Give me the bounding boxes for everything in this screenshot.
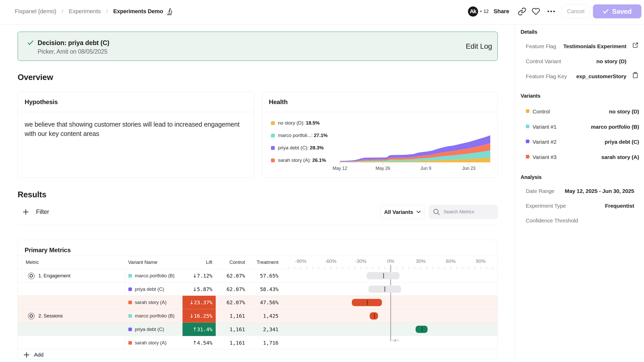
favorite-button[interactable]	[531, 7, 540, 16]
axis-label: 0%	[379, 256, 402, 267]
sidebar-label: Variant #1	[533, 124, 557, 130]
metric-cell: 1. Engagement	[28, 269, 70, 283]
sidebar-value: no story (D)	[609, 108, 639, 115]
breadcrumb-project[interactable]: Fixpanel {demo}	[15, 8, 56, 15]
sidebar-value: priya debt (C)	[605, 139, 639, 145]
lift-value: ↓5.87%	[193, 283, 212, 296]
metric-cell: 2. Sessions	[28, 309, 63, 323]
treatment-value: 47.56%	[260, 296, 278, 309]
filter-button[interactable]: Filter	[23, 205, 49, 219]
add-metric-button[interactable]: Add	[24, 350, 44, 360]
sidebar-label: Confidence Threshold	[526, 218, 578, 224]
avatar[interactable]: Ak	[468, 6, 478, 17]
svg-text:Jun 23: Jun 23	[462, 166, 475, 171]
external-link-icon	[632, 42, 639, 48]
legend-label: no story (D): 18.5%	[278, 120, 320, 126]
variant-chip	[128, 274, 132, 278]
control-value: 62.07%	[227, 283, 245, 296]
sidebar-value: exp_customerStory	[576, 73, 626, 79]
col-variant: Variant Name	[128, 256, 157, 269]
treatment-value: 57.65%	[260, 269, 278, 283]
copy-flag-key-button[interactable]	[632, 72, 639, 79]
check-icon	[603, 9, 608, 14]
treatment-value: 1,425	[263, 309, 278, 323]
analysis-heading: Analysis	[521, 174, 542, 180]
top-bar: Fixpanel {demo} / Experiments / Experime…	[0, 0, 644, 25]
legend-swatch	[271, 134, 275, 137]
breadcrumb-experiments[interactable]: Experiments	[69, 8, 101, 15]
variant-name: marco portfolio (B)	[135, 269, 174, 283]
variant-chip	[128, 341, 132, 345]
metric-table-row[interactable]: sarah story (A)↑4.54%1,1611,716	[18, 336, 498, 350]
legend-label: marco portfoli...: 27.1%	[278, 133, 328, 138]
plus-icon	[24, 352, 30, 358]
sidebar-value: no story (D)	[596, 58, 626, 64]
metric-name: 1. Engagement	[38, 273, 70, 279]
svg-text:Jun 9: Jun 9	[420, 166, 431, 171]
breadcrumb-separator: /	[62, 8, 63, 15]
metric-table-row[interactable]: priya debt (C)↑31.4%1,1612,341	[18, 323, 498, 336]
metric-table-row[interactable]: priya debt (C)↓5.87%62.07%58.43%	[18, 283, 498, 296]
more-options-button[interactable]	[547, 10, 555, 13]
microscope-icon	[166, 8, 173, 15]
hypothesis-text[interactable]: we believe that showing customer stories…	[25, 120, 251, 138]
open-feature-flag-button[interactable]	[632, 42, 639, 49]
col-treatment: Treatment	[257, 256, 278, 269]
divider	[262, 112, 498, 112]
variant-chip	[128, 301, 132, 304]
legend-item[interactable]: marco portfoli...: 27.1%	[271, 129, 328, 142]
results-heading: Results	[18, 190, 46, 199]
collaborator-count[interactable]: + 12	[480, 9, 489, 14]
variant-chip	[128, 328, 132, 331]
axis-label: 30%	[409, 256, 432, 267]
decision-check-icon	[27, 40, 33, 45]
details-sidebar: DetailsFeature FlagTestimonials Experime…	[515, 25, 644, 362]
metric-table-row[interactable]: 1. Engagement marco portfolio (B)↓7.12%6…	[18, 269, 498, 283]
lift-value: ↓23.37%	[190, 296, 212, 309]
sidebar-label: Feature Flag	[526, 43, 556, 49]
cancel-button[interactable]: Cancel	[562, 4, 590, 18]
legend-item[interactable]: no story (D): 18.5%	[271, 117, 328, 129]
variant-name: priya debt (C)	[135, 323, 164, 336]
col-control: Control	[229, 256, 245, 269]
details-heading: Details	[521, 29, 537, 35]
divider	[18, 225, 498, 225]
sidebar-label: Control	[533, 108, 550, 115]
search-metrics-input[interactable]	[444, 209, 495, 215]
decision-banner: Decision: priya debt (C) Picker, Amit on…	[18, 32, 498, 61]
control-value: 62.07%	[227, 269, 245, 283]
sidebar-label: Variant #2	[533, 139, 557, 145]
sidebar-value: Frequentist	[605, 203, 634, 209]
variant-chip	[526, 155, 529, 158]
variants-heading: Variants	[521, 93, 541, 99]
health-title: Health	[269, 92, 288, 112]
hypothesis-card: Hypothesis we believe that showing custo…	[18, 92, 254, 178]
col-lift: Lift	[206, 256, 212, 269]
variants-dropdown[interactable]: All Variants	[380, 205, 425, 219]
table-header-row: Metric Variant Name Lift Control Treatme…	[18, 256, 498, 269]
metric-table-row[interactable]: sarah story (A)↓23.37%62.07%47.56%	[18, 296, 498, 309]
legend-item[interactable]: sarah story (A): 26.1%	[271, 154, 328, 166]
legend-label: sarah story (A): 26.1%	[278, 157, 326, 163]
control-value: 62.07%	[227, 296, 245, 309]
treatment-value: 2,341	[263, 323, 278, 336]
axis-label: -60%	[319, 256, 342, 267]
more-icon	[547, 10, 555, 13]
col-metric: Metric	[26, 256, 39, 269]
edit-log-button[interactable]: Edit Log	[466, 32, 492, 61]
lift-value: ↑4.54%	[193, 336, 212, 350]
share-button[interactable]: Share	[494, 8, 509, 15]
lift-value: ↓7.12%	[193, 269, 212, 283]
copy-link-button[interactable]	[518, 7, 526, 16]
variant-name: sarah story (A)	[135, 296, 166, 309]
variant-chip	[526, 109, 529, 113]
metric-icon	[28, 312, 35, 320]
breadcrumb-current[interactable]: Experiments Demo	[113, 8, 173, 15]
variant-name: priya debt (C)	[135, 283, 164, 296]
metric-table-row[interactable]: 2. Sessions marco portfolio (B)↓16.25%1,…	[18, 309, 498, 323]
health-legend: no story (D): 18.5%marco portfoli...: 27…	[271, 117, 328, 166]
decision-subtitle: Picker, Amit on 08/05/2025	[38, 48, 107, 55]
saved-button[interactable]: Saved	[593, 4, 641, 18]
legend-swatch	[271, 158, 275, 162]
legend-item[interactable]: priya debt (C): 28.3%	[271, 142, 328, 154]
